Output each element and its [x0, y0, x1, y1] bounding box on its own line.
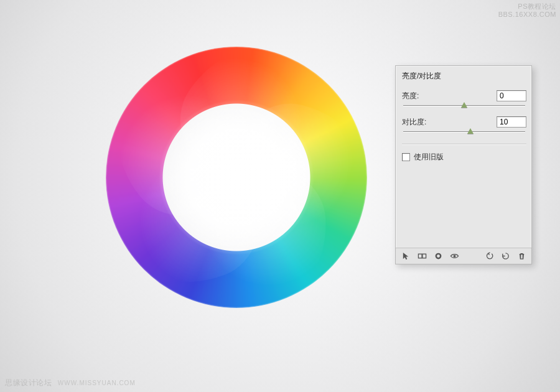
use-legacy-row[interactable]: 使用旧版	[402, 148, 526, 162]
svg-point-3	[437, 254, 440, 258]
watermark-bottom-url: WWW.MISSYUAN.COM	[58, 380, 136, 386]
watermark-top-line2: BBS.16XX8.COM	[498, 11, 556, 19]
watermark-bottom-left: 思缘设计论坛 WWW.MISSYUAN.COM	[5, 378, 136, 388]
pointer-icon[interactable]	[401, 251, 411, 261]
panel-footer	[396, 248, 531, 264]
reset-icon[interactable]	[500, 251, 510, 261]
mask-icon[interactable]	[433, 251, 443, 261]
brightness-label: 亮度:	[402, 91, 433, 101]
svg-rect-1	[422, 254, 426, 258]
brightness-thumb-icon[interactable]	[461, 102, 467, 108]
brightness-row: 亮度:	[402, 88, 526, 114]
view-states-icon[interactable]	[417, 251, 427, 261]
panel-title: 亮度/对比度	[396, 66, 531, 85]
contrast-row: 对比度:	[402, 114, 526, 140]
visibility-icon[interactable]	[449, 251, 459, 261]
brightness-input[interactable]	[497, 90, 526, 101]
svg-point-4	[453, 255, 455, 258]
brightness-contrast-panel: 亮度/对比度 亮度: 对比度: 使用旧版	[395, 65, 532, 264]
color-ring	[106, 47, 367, 308]
previous-state-icon[interactable]	[484, 251, 494, 261]
use-legacy-checkbox[interactable]	[402, 153, 410, 161]
contrast-label: 对比度:	[402, 117, 433, 128]
svg-rect-0	[418, 254, 422, 258]
watermark-top-line1: PS教程论坛	[498, 2, 556, 11]
contrast-slider[interactable]	[403, 128, 525, 136]
watermark-bottom-label: 思缘设计论坛	[5, 378, 52, 387]
watermark-top-right: PS教程论坛 BBS.16XX8.COM	[498, 2, 556, 19]
contrast-thumb-icon[interactable]	[467, 128, 474, 134]
brightness-slider[interactable]	[403, 101, 525, 110]
canvas-artwork	[93, 34, 380, 320]
separator	[402, 144, 526, 144]
delete-icon[interactable]	[516, 251, 526, 261]
use-legacy-label: 使用旧版	[414, 152, 444, 162]
contrast-input[interactable]	[497, 116, 526, 128]
